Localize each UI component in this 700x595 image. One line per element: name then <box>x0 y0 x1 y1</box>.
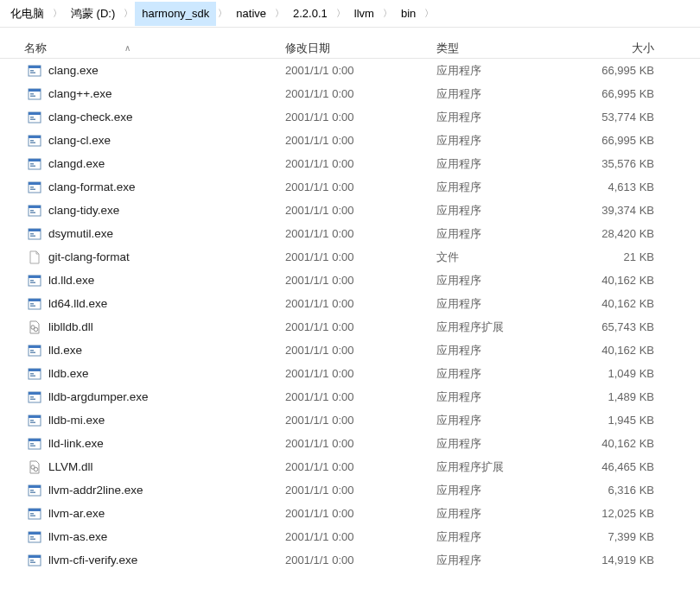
chevron-right-icon[interactable]: 〉 <box>273 7 286 20</box>
file-type-cell: 应用程序 <box>436 553 566 568</box>
breadcrumb-item[interactable]: 鸿蒙 (D:) <box>64 2 122 26</box>
file-row[interactable]: LLVM.dll2001/1/1 0:00应用程序扩展46,465 KB <box>0 455 700 478</box>
file-row[interactable]: lld.exe2001/1/1 0:00应用程序40,162 KB <box>0 339 700 362</box>
file-size-cell: 6,316 KB <box>566 484 670 497</box>
file-row[interactable]: llvm-ar.exe2001/1/1 0:00应用程序12,025 KB <box>0 502 700 525</box>
file-size-cell: 1,489 KB <box>566 390 670 403</box>
file-name-label: ld.lld.exe <box>48 274 94 287</box>
file-type-cell: 应用程序扩展 <box>436 320 566 335</box>
exe-icon <box>28 134 41 148</box>
file-date-cell: 2001/1/1 0:00 <box>285 390 436 403</box>
file-name-cell: ld.lld.exe <box>0 274 285 288</box>
file-date-cell: 2001/1/1 0:00 <box>285 460 436 473</box>
file-name-cell: clang-tidy.exe <box>0 204 285 218</box>
file-row[interactable]: lld-link.exe2001/1/1 0:00应用程序40,162 KB <box>0 432 700 455</box>
column-header-type[interactable]: 类型 <box>436 41 566 56</box>
file-row[interactable]: clangd.exe2001/1/1 0:00应用程序35,576 KB <box>0 152 700 175</box>
file-type-cell: 应用程序 <box>436 366 566 382</box>
file-row[interactable]: ld64.lld.exe2001/1/1 0:00应用程序40,162 KB <box>0 292 700 315</box>
file-row[interactable]: llvm-cfi-verify.exe2001/1/1 0:00应用程序14,9… <box>0 548 700 572</box>
chevron-right-icon[interactable]: 〉 <box>381 7 394 20</box>
file-type-cell: 应用程序 <box>436 86 566 102</box>
file-size-cell: 4,613 KB <box>566 180 670 193</box>
file-date-cell: 2001/1/1 0:00 <box>285 344 436 357</box>
breadcrumb-item[interactable]: native <box>229 2 273 26</box>
file-row[interactable]: lldb-mi.exe2001/1/1 0:00应用程序1,945 KB <box>0 408 700 432</box>
file-name-label: clang-cl.exe <box>48 134 111 147</box>
breadcrumb-item[interactable]: bin <box>394 2 423 26</box>
file-type-cell: 应用程序 <box>436 226 566 242</box>
file-row[interactable]: clang-cl.exe2001/1/1 0:00应用程序66,995 KB <box>0 129 700 152</box>
chevron-right-icon[interactable]: 〉 <box>334 7 347 20</box>
chevron-right-icon[interactable]: 〉 <box>51 7 64 20</box>
file-row[interactable]: llvm-addr2line.exe2001/1/1 0:00应用程序6,316… <box>0 478 700 502</box>
file-row[interactable]: lldb-argdumper.exe2001/1/1 0:00应用程序1,489… <box>0 385 700 408</box>
breadcrumb-item[interactable]: 2.2.0.1 <box>286 2 334 26</box>
file-row[interactable]: liblldb.dll2001/1/1 0:00应用程序扩展65,743 KB <box>0 315 700 339</box>
file-name-cell: dsymutil.exe <box>0 227 285 241</box>
column-header-size[interactable]: 大小 <box>566 41 670 56</box>
file-name-label: liblldb.dll <box>48 320 93 333</box>
file-row[interactable]: ld.lld.exe2001/1/1 0:00应用程序40,162 KB <box>0 269 700 292</box>
file-name-cell: LLVM.dll <box>0 460 285 474</box>
file-name-label: clang-tidy.exe <box>48 204 119 217</box>
file-date-cell: 2001/1/1 0:00 <box>285 134 436 147</box>
chevron-right-icon[interactable]: 〉 <box>122 7 135 20</box>
file-date-cell: 2001/1/1 0:00 <box>285 157 436 170</box>
chevron-right-icon[interactable]: 〉 <box>423 7 436 20</box>
file-row[interactable]: llvm-as.exe2001/1/1 0:00应用程序7,399 KB <box>0 525 700 548</box>
file-row[interactable]: clang.exe2001/1/1 0:00应用程序66,995 KB <box>0 59 700 82</box>
file-name-label: clang++.exe <box>48 87 112 100</box>
file-date-cell: 2001/1/1 0:00 <box>285 530 436 543</box>
file-name-cell: lldb-argdumper.exe <box>0 390 285 404</box>
exe-icon <box>28 297 41 311</box>
file-date-cell: 2001/1/1 0:00 <box>285 64 436 77</box>
file-date-cell: 2001/1/1 0:00 <box>285 507 436 520</box>
file-name-label: clang-check.exe <box>48 111 133 123</box>
file-name-cell: llvm-ar.exe <box>0 507 285 521</box>
file-size-cell: 7,399 KB <box>566 530 670 543</box>
file-size-cell: 65,743 KB <box>566 320 670 333</box>
file-type-cell: 应用程序 <box>436 203 566 218</box>
file-size-cell: 35,576 KB <box>566 157 670 170</box>
exe-icon <box>28 227 41 241</box>
file-size-cell: 66,995 KB <box>566 64 670 77</box>
file-row[interactable]: clang++.exe2001/1/1 0:00应用程序66,995 KB <box>0 82 700 105</box>
file-date-cell: 2001/1/1 0:00 <box>285 274 436 287</box>
file-date-cell: 2001/1/1 0:00 <box>285 320 436 333</box>
file-type-cell: 应用程序 <box>436 506 566 522</box>
file-row[interactable]: git-clang-format2001/1/1 0:00文件21 KB <box>0 245 700 269</box>
file-date-cell: 2001/1/1 0:00 <box>285 414 436 427</box>
file-size-cell: 40,162 KB <box>566 297 670 310</box>
file-date-cell: 2001/1/1 0:00 <box>285 111 436 123</box>
file-type-cell: 应用程序 <box>436 389 566 405</box>
file-name-label: clangd.exe <box>48 157 105 170</box>
sort-ascending-icon: ∧ <box>124 43 130 53</box>
file-name-label: llvm-ar.exe <box>48 507 105 520</box>
file-size-cell: 28,420 KB <box>566 227 670 240</box>
file-size-cell: 40,162 KB <box>566 274 670 287</box>
breadcrumb-item[interactable]: llvm <box>347 2 381 26</box>
file-date-cell: 2001/1/1 0:00 <box>285 87 436 100</box>
breadcrumb-item[interactable]: 化电脑 <box>3 2 51 26</box>
breadcrumb-item[interactable]: harmony_sdk <box>135 2 216 26</box>
file-row[interactable]: clang-check.exe2001/1/1 0:00应用程序53,774 K… <box>0 105 700 129</box>
file-type-cell: 应用程序 <box>436 273 566 288</box>
column-header-name[interactable]: 名称 ∧ <box>0 41 285 56</box>
file-row[interactable]: clang-format.exe2001/1/1 0:00应用程序4,613 K… <box>0 175 700 199</box>
file-size-cell: 39,374 KB <box>566 204 670 217</box>
file-icon <box>28 250 41 264</box>
column-header-date[interactable]: 修改日期 <box>285 41 436 56</box>
file-row[interactable]: lldb.exe2001/1/1 0:00应用程序1,049 KB <box>0 362 700 385</box>
chevron-right-icon[interactable]: 〉 <box>216 7 229 20</box>
file-name-label: clang-format.exe <box>48 180 136 193</box>
file-type-cell: 应用程序 <box>436 343 566 358</box>
file-type-cell: 文件 <box>436 250 566 265</box>
file-row[interactable]: dsymutil.exe2001/1/1 0:00应用程序28,420 KB <box>0 222 700 245</box>
file-name-cell: llvm-as.exe <box>0 530 285 544</box>
file-name-cell: lld-link.exe <box>0 437 285 451</box>
file-row[interactable]: clang-tidy.exe2001/1/1 0:00应用程序39,374 KB <box>0 199 700 222</box>
exe-icon <box>28 367 41 381</box>
file-name-label: lld.exe <box>48 344 82 357</box>
exe-icon <box>28 87 41 101</box>
